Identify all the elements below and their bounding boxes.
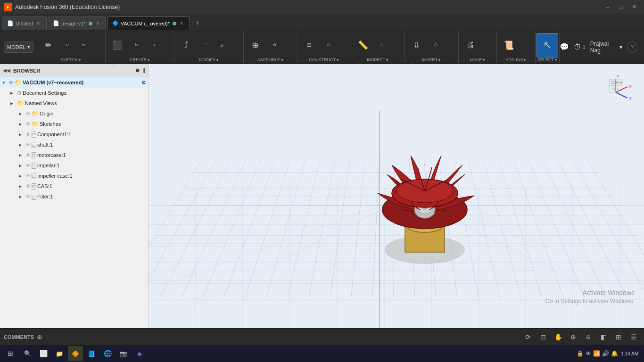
- fit-button[interactable]: ⊡: [537, 330, 550, 344]
- extrude-button[interactable]: ⬛: [107, 33, 128, 58]
- new-comp-icon: ⊕: [252, 40, 259, 50]
- offset-plane-button[interactable]: ≡: [298, 33, 320, 58]
- impeller-case-eye-icon[interactable]: 👁: [25, 173, 31, 179]
- midplane-button[interactable]: ⊟: [321, 38, 336, 53]
- taskbar-volume-icon[interactable]: 🔊: [602, 350, 609, 357]
- tab-close-design[interactable]: ✕: [94, 20, 101, 27]
- taskbar-app-ps[interactable]: 📷: [116, 346, 131, 361]
- shaft-eye-icon[interactable]: 👁: [25, 142, 31, 148]
- tab-untitled[interactable]: 📄 Untitled ✕: [2, 16, 47, 30]
- named-views-arrow[interactable]: ▶: [10, 101, 16, 106]
- start-button[interactable]: ⊞: [2, 346, 19, 361]
- browser-collapse-button[interactable]: ◀◀: [3, 68, 10, 73]
- component1-arrow[interactable]: ▶: [19, 132, 25, 137]
- browser-item-motorcase[interactable]: ▶ 👁 □ motorcase:1: [0, 150, 148, 160]
- inspect-group: 📏 ⊡ 🖼 INSPECT ▾: [351, 31, 405, 63]
- section-button[interactable]: ⊡: [375, 38, 390, 53]
- taskbar-app-chrome[interactable]: 🌐: [100, 346, 115, 361]
- history-button[interactable]: ⏱ 1: [574, 43, 586, 51]
- sketches-eye-icon[interactable]: 👁: [25, 121, 31, 127]
- root-expand-arrow[interactable]: ▼: [2, 81, 8, 85]
- taskbar-eye-icon[interactable]: 👁: [586, 350, 591, 357]
- tab-close-untitled[interactable]: ✕: [35, 20, 41, 27]
- select-group: ↖ SELECT ▾: [536, 31, 560, 63]
- env-toggle-button[interactable]: ☰: [627, 330, 640, 344]
- measure-button[interactable]: 📏: [352, 33, 374, 58]
- taskbar-notification-icon[interactable]: 🔔: [611, 350, 618, 357]
- finish-sketch-button[interactable]: ↩: [60, 38, 75, 53]
- pan-button[interactable]: ✋: [552, 330, 565, 344]
- shaft-arrow[interactable]: ▶: [19, 143, 25, 147]
- help-button[interactable]: ?: [627, 41, 637, 53]
- browser-root[interactable]: ▼ 👁 📁 VACCUM (v7~recovered) ⚙: [0, 77, 148, 88]
- tab-close-vaccum[interactable]: ✕: [178, 20, 185, 27]
- joint-button[interactable]: ⚙: [267, 38, 282, 53]
- browser-item-filter[interactable]: ▶ 👁 □ Filter:1: [0, 191, 148, 202]
- create-sketch-button[interactable]: ✏: [37, 33, 59, 58]
- sketches-arrow[interactable]: ▶: [19, 122, 25, 126]
- grid-toggle-button[interactable]: ⊞: [612, 330, 625, 344]
- browser-options-button[interactable]: ⊕: [135, 67, 140, 74]
- viewport[interactable]: X Y Z TOP LFT FNT Activate Windows: [149, 64, 644, 328]
- model-dropdown[interactable]: MODEL ▾: [4, 41, 33, 53]
- zoom-in-button[interactable]: ⊕: [567, 330, 580, 344]
- browser-item-sketches[interactable]: ▶ 👁 📁 Sketches: [0, 119, 148, 129]
- browser-item-shaft[interactable]: ▶ 👁 □ shaft:1: [0, 140, 148, 150]
- search-button[interactable]: 🔍: [20, 346, 35, 361]
- maximize-button[interactable]: □: [615, 2, 627, 12]
- impellar-arrow[interactable]: ▶: [19, 164, 25, 168]
- browser-item-component1[interactable]: ▶ 👁 □ Component1:1: [0, 129, 148, 140]
- filter-eye-icon[interactable]: 👁: [25, 194, 31, 199]
- taskbar-app-file-explorer[interactable]: 📁: [52, 346, 67, 361]
- fillet-button[interactable]: ⌒: [198, 38, 213, 53]
- tab-design[interactable]: 📄 design v1* ✕: [48, 16, 106, 30]
- browser-item-impellar[interactable]: ▶ 👁 □ impellar:1: [0, 160, 148, 171]
- component1-eye-icon[interactable]: 👁: [25, 132, 31, 137]
- comments-add-icon[interactable]: ⊕: [37, 333, 42, 341]
- chat-button[interactable]: 💬: [560, 42, 569, 51]
- motorcase-arrow[interactable]: ▶: [19, 153, 25, 157]
- select-tool-button[interactable]: ↖: [537, 33, 558, 58]
- browser-item-origin[interactable]: ▶ 👁 📁 Origin: [0, 108, 148, 119]
- press-pull-button[interactable]: ⤴: [175, 33, 197, 58]
- chamfer-button[interactable]: ◿: [214, 38, 229, 53]
- browser-item-cas[interactable]: ▶ 👁 □ CAS:1: [0, 181, 148, 191]
- taskbar-app-vs[interactable]: ◈: [132, 346, 147, 361]
- display-mode-button[interactable]: ◧: [597, 330, 610, 344]
- root-eye-icon[interactable]: 👁: [8, 80, 14, 85]
- filter-arrow[interactable]: ▶: [19, 195, 25, 199]
- minimize-button[interactable]: −: [602, 2, 614, 12]
- taskbar-task-view[interactable]: ⬜: [36, 346, 51, 361]
- insert-mesh-button[interactable]: ⬡: [429, 38, 444, 53]
- cas-eye-icon[interactable]: 👁: [25, 183, 31, 189]
- impellar-eye-icon[interactable]: 👁: [25, 163, 31, 168]
- new-tab-button[interactable]: +: [191, 16, 204, 30]
- zoom-out-button[interactable]: ⊖: [582, 330, 595, 344]
- new-comp-button[interactable]: ⊕: [245, 33, 266, 58]
- revolve-button[interactable]: ↻: [129, 38, 144, 53]
- insert-derive-button[interactable]: ⇩: [406, 33, 428, 58]
- taskbar-app-word[interactable]: 📘: [84, 346, 99, 361]
- origin-arrow[interactable]: ▶: [19, 112, 25, 116]
- cas-arrow[interactable]: ▶: [19, 184, 25, 189]
- 3d-print-button[interactable]: 🖨: [460, 33, 481, 58]
- scripts-button[interactable]: 📜: [498, 33, 520, 58]
- taskbar-network-icon[interactable]: 📶: [593, 350, 600, 357]
- browser-item-impeller-case[interactable]: ▶ 👁 □ Impeller case:1: [0, 171, 148, 181]
- taskbar-lock-icon[interactable]: 🔒: [577, 350, 584, 357]
- browser-item-doc-settings[interactable]: ▶ ⚙ Document Settings: [0, 88, 148, 98]
- sketch-label: SKETCH ▾: [36, 58, 105, 62]
- motorcase-eye-icon[interactable]: 👁: [25, 152, 31, 158]
- close-button[interactable]: ✕: [628, 2, 640, 12]
- browser-item-named-views[interactable]: ▶ 📁 Named Views: [0, 98, 148, 108]
- doc-settings-arrow[interactable]: ▶: [10, 91, 16, 95]
- sweep-button[interactable]: ⟿: [145, 38, 160, 53]
- root-settings-icon[interactable]: ⚙: [141, 80, 146, 86]
- origin-eye-icon[interactable]: 👁: [25, 111, 31, 116]
- orbit-button[interactable]: ⟳: [521, 330, 535, 344]
- impeller-case-arrow[interactable]: ▶: [19, 174, 25, 178]
- tab-vaccum[interactable]: 🔷 VACCUM (...overed)* ✕: [107, 16, 190, 30]
- rect-button[interactable]: ▭: [76, 38, 91, 53]
- user-menu-button[interactable]: Prajwal Nag ▾: [590, 41, 622, 54]
- taskbar-app-fusion[interactable]: 🔶: [68, 346, 83, 361]
